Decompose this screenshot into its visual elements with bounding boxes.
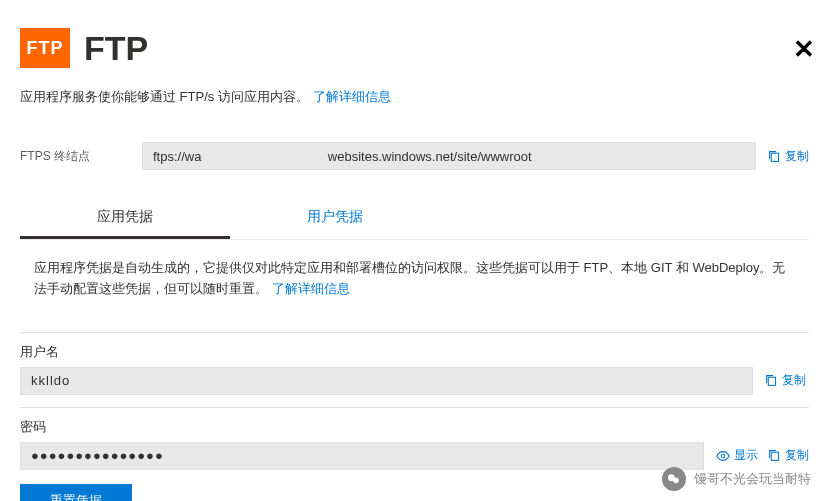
copy-label: 复制	[785, 447, 809, 464]
ftps-endpoint-input[interactable]	[142, 142, 756, 170]
svg-point-2	[721, 454, 725, 458]
learn-more-link[interactable]: 了解详细信息	[313, 89, 391, 104]
credentials-learn-more-link[interactable]: 了解详细信息	[272, 281, 350, 296]
reset-credentials-button[interactable]: 重置凭据	[20, 484, 132, 501]
copy-endpoint-button[interactable]: 复制	[768, 148, 809, 165]
show-password-button[interactable]: 显示	[716, 447, 758, 464]
copy-password-button[interactable]: 复制	[768, 447, 809, 464]
watermark-text: 馒哥不光会玩当耐特	[694, 470, 811, 488]
svg-rect-3	[771, 452, 778, 460]
ftp-logo-icon: FTP	[20, 28, 70, 68]
svg-rect-1	[768, 377, 775, 385]
page-header: FTP FTP	[20, 28, 809, 68]
credentials-description-text: 应用程序凭据是自动生成的，它提供仅对此特定应用和部署槽位的访问权限。这些凭据可以…	[34, 260, 785, 296]
svg-point-5	[673, 478, 679, 484]
ftps-endpoint-label: FTPS 终结点	[20, 148, 130, 165]
tab-user-credentials[interactable]: 用户凭据	[230, 198, 440, 239]
copy-icon	[765, 374, 778, 387]
divider	[20, 407, 809, 408]
watermark: 馒哥不光会玩当耐特	[662, 467, 811, 491]
copy-label: 复制	[782, 372, 806, 389]
password-section: 密码 显示 复制	[20, 418, 809, 470]
credentials-tabs: 应用凭据 用户凭据	[20, 198, 809, 240]
copy-label: 复制	[785, 148, 809, 165]
svg-rect-0	[771, 153, 778, 161]
ftps-endpoint-row: FTPS 终结点 复制	[20, 142, 809, 170]
username-label: 用户名	[20, 343, 809, 361]
username-section: 用户名 复制	[20, 343, 809, 395]
page-description: 应用程序服务使你能够通过 FTP/s 访问应用内容。 了解详细信息	[20, 88, 809, 106]
copy-icon	[768, 449, 781, 462]
credentials-description: 应用程序凭据是自动生成的，它提供仅对此特定应用和部署槽位的访问权限。这些凭据可以…	[20, 258, 809, 320]
username-input[interactable]	[20, 367, 753, 395]
tab-app-credentials[interactable]: 应用凭据	[20, 198, 230, 239]
password-input[interactable]	[20, 442, 704, 470]
close-icon[interactable]: ✕	[793, 36, 815, 62]
wechat-icon	[662, 467, 686, 491]
copy-icon	[768, 150, 781, 163]
show-label: 显示	[734, 447, 758, 464]
copy-username-button[interactable]: 复制	[765, 372, 806, 389]
divider	[20, 332, 809, 333]
page-title: FTP	[84, 29, 148, 68]
eye-icon	[716, 449, 730, 463]
password-label: 密码	[20, 418, 809, 436]
description-text: 应用程序服务使你能够通过 FTP/s 访问应用内容。	[20, 89, 309, 104]
